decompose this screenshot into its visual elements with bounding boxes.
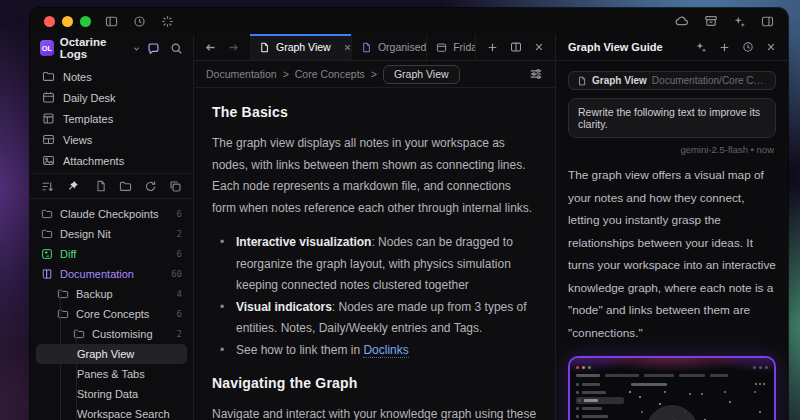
sparkles-icon[interactable] <box>695 41 707 53</box>
tree-item-label: Documentation <box>60 268 134 280</box>
tree-item-label: Graph View <box>77 348 134 360</box>
assistant-header: Graph View Guide <box>556 34 788 61</box>
diff-icon <box>41 248 53 260</box>
sync-icon[interactable] <box>144 180 157 193</box>
context-chip[interactable]: Graph View Documentation/Core Concepts <box>568 71 776 90</box>
tree-item-label: Diff <box>60 248 76 260</box>
folder-icon <box>42 70 55 83</box>
pin-icon[interactable] <box>67 180 79 192</box>
tab-graph-view[interactable]: Graph View Documentation <box>250 34 352 60</box>
forward-icon[interactable] <box>227 41 240 54</box>
video-preview[interactable] <box>568 356 776 420</box>
file-icon <box>361 42 372 53</box>
sidebar-item-label: Views <box>63 134 92 146</box>
templates-icon <box>42 112 55 125</box>
tree-item-diff[interactable]: Diff 6 <box>36 244 187 264</box>
new-chat-icon[interactable] <box>719 42 730 53</box>
close-window-button[interactable] <box>44 16 55 27</box>
note-title-input[interactable]: Graph View <box>383 65 460 84</box>
sidebar-item-daily-desk[interactable]: Daily Desk <box>36 87 187 108</box>
sidebar-item-label: Notes <box>63 71 92 83</box>
search-icon[interactable] <box>170 42 183 55</box>
panel-right-icon[interactable] <box>761 15 774 28</box>
titlebar-right-icons <box>675 14 774 28</box>
split-pane-icon[interactable] <box>510 41 522 53</box>
new-folder-icon[interactable] <box>119 180 132 193</box>
tree-item-design-nit[interactable]: Design Nit 2 <box>36 224 187 244</box>
tab-organised-notes[interactable]: Organised Notes <box>352 34 427 60</box>
calendar-icon <box>436 42 447 53</box>
mini-graph-menu <box>755 383 765 385</box>
tree-item-documentation[interactable]: Documentation 60 <box>36 264 187 284</box>
tab-title: Graph View <box>276 41 331 53</box>
tree-item-storing-data[interactable]: Storing Data <box>36 384 187 404</box>
model-meta: gemini-2.5-flash • now <box>568 144 774 155</box>
section-heading: The Basics <box>212 104 537 120</box>
mini-graph-view <box>629 381 768 420</box>
tab-title: Organised Notes <box>378 41 427 53</box>
tree-indent-guide <box>60 289 61 420</box>
clock-icon[interactable] <box>133 15 146 28</box>
tree-item-claude-checkpoints[interactable]: Claude Checkpoints 6 <box>36 204 187 224</box>
sidebar-item-templates[interactable]: Templates <box>36 108 187 129</box>
breadcrumb-part[interactable]: Core Concepts <box>295 68 365 80</box>
tab-friday[interactable]: Friday, D <box>427 34 476 60</box>
mini-sidebar <box>576 381 624 420</box>
sidebar-item-label: Templates <box>63 113 113 125</box>
tab-bar: Graph View Documentation Organised Notes… <box>194 34 555 61</box>
cloud-icon[interactable] <box>675 14 689 28</box>
calendar-icon <box>42 91 55 104</box>
note-content[interactable]: The Basics The graph view displays all n… <box>194 88 555 420</box>
tree-item-count: 60 <box>171 269 182 279</box>
sidebar-item-views[interactable]: Views <box>36 129 187 150</box>
tree-item-count: 6 <box>177 249 182 259</box>
close-tab-icon[interactable] <box>343 43 352 52</box>
archive-icon[interactable] <box>704 14 718 28</box>
tree-item-workspace-search[interactable]: Workspace Search <box>36 404 187 420</box>
folder-icon <box>73 328 85 340</box>
context-chip-title: Graph View <box>592 75 647 86</box>
sparkles-icon[interactable] <box>733 15 746 28</box>
sidebar: OL Octarine Logs Notes Daily Desk <box>30 34 194 420</box>
new-note-icon[interactable] <box>95 180 107 192</box>
note-options-icon[interactable] <box>529 67 543 81</box>
sidebar-item-attachments[interactable]: Attachments <box>36 150 187 171</box>
doclinks-link[interactable]: Doclinks <box>363 343 408 358</box>
list-item: Visual indicators: Nodes are made up fro… <box>236 297 537 340</box>
workspace-switcher[interactable]: OL Octarine Logs <box>30 34 193 62</box>
chat-bubble-icon[interactable] <box>147 42 160 55</box>
tree-item-panes-tabs[interactable]: Panes & Tabs <box>36 364 187 384</box>
new-tab-icon[interactable] <box>487 42 498 53</box>
tree-item-backup[interactable]: Backup 4 <box>36 284 187 304</box>
editor-pane: Graph View Documentation Organised Notes… <box>194 34 556 420</box>
sort-icon[interactable] <box>41 180 54 193</box>
bullet-list: Interactive visualization: Nodes can be … <box>212 232 537 361</box>
close-pane-icon[interactable] <box>534 42 544 52</box>
list-item: Interactive visualization: Nodes can be … <box>236 232 537 297</box>
user-prompt-bubble: Rewrite the following text to improve it… <box>568 98 776 138</box>
assistant-panel: Graph View Guide Graph View Documentatio… <box>556 34 788 420</box>
history-icon[interactable] <box>742 41 754 53</box>
tree-item-graph-view[interactable]: Graph View <box>36 344 187 364</box>
tree-item-core-concepts[interactable]: Core Concepts 6 <box>36 304 187 324</box>
panel-left-icon[interactable] <box>105 15 118 28</box>
minimize-window-button[interactable] <box>62 16 73 27</box>
paragraph: The graph view displays all notes in you… <box>212 133 537 219</box>
close-panel-icon[interactable] <box>766 42 776 52</box>
tree-item-count: 4 <box>177 289 182 299</box>
tree-item-customising[interactable]: Customising 2 <box>36 324 187 344</box>
file-tree: Claude Checkpoints 6 Design Nit 2 Diff 6… <box>30 199 193 420</box>
breadcrumb: Documentation > Core Concepts > Graph Vi… <box>194 61 555 88</box>
sidebar-toolbar <box>30 173 193 199</box>
sparkle-burst-icon[interactable] <box>161 15 174 28</box>
tree-item-count: 2 <box>177 229 182 239</box>
mini-titlebar <box>576 363 768 371</box>
folder-icon <box>41 228 53 240</box>
maximize-window-button[interactable] <box>80 16 91 27</box>
back-icon[interactable] <box>204 41 217 54</box>
duplicate-icon[interactable] <box>169 180 182 193</box>
tree-item-label: Customising <box>92 328 153 340</box>
paragraph: Navigate and interact with your knowledg… <box>212 404 537 420</box>
sidebar-item-notes[interactable]: Notes <box>36 66 187 87</box>
breadcrumb-part[interactable]: Documentation <box>206 68 277 80</box>
